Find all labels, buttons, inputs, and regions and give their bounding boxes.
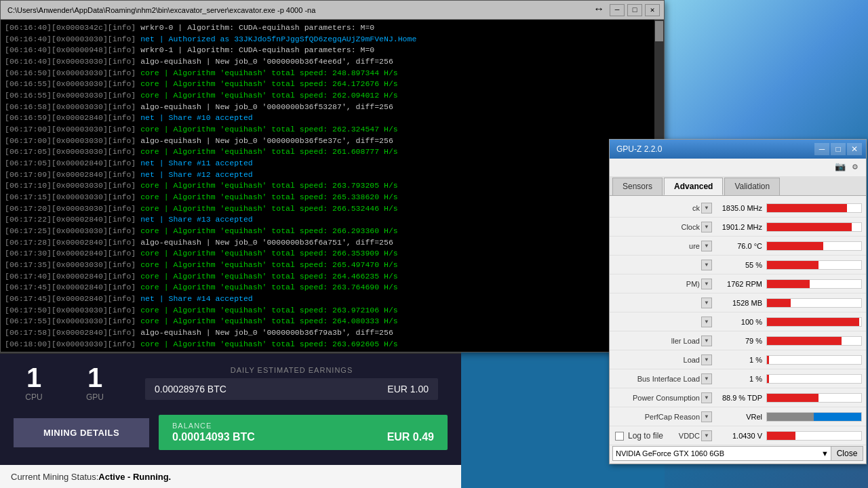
gpuz-gpu-name: NVIDIA GeForce GTX 1060 6GB <box>616 449 724 458</box>
sensor-bar <box>767 299 791 307</box>
sensor-dropdown[interactable]: ▼ <box>701 317 712 327</box>
sensor-name: ller Load <box>614 337 700 345</box>
gpuz-camera-icon[interactable]: 📷 <box>833 160 847 174</box>
sensor-value: 1762 RPM <box>712 280 766 288</box>
earnings-label: DAILY ESTIMATED EARNINGS <box>145 366 438 374</box>
status-bar: Current Mining Status: Active - Running. <box>0 465 461 488</box>
terminal-line: [06:16:40][0x0000342c][info] wrkr0-0 | A… <box>5 22 660 34</box>
mining-details-button[interactable]: MINING DETAILS <box>14 418 149 447</box>
sensor-dropdown[interactable]: ▼ <box>701 392 712 403</box>
sensor-dropdown[interactable]: ▼ <box>701 411 712 422</box>
sensor-value: VRel <box>712 413 766 421</box>
terminal-line: [06:17:05][0x00003030][info] core | Algo… <box>5 146 660 158</box>
sensor-dropdown[interactable]: ▼ <box>701 222 712 232</box>
terminal-line: [06:17:55][0x00003030][info] core | Algo… <box>5 316 660 327</box>
terminal-minimize-button[interactable]: ─ <box>610 4 625 16</box>
sensor-bar <box>767 261 818 269</box>
terminal-controls: ↔ ─ □ ✕ <box>593 4 660 16</box>
sensor-value: 88.9 % TDP <box>712 394 766 402</box>
terminal-line: [06:16:58][0x00003030][info] algo-equiha… <box>5 102 660 113</box>
sensor-dropdown[interactable]: ▼ <box>701 241 712 251</box>
cpu-count: 1 <box>26 364 41 391</box>
sensor-row: Clock▼1901.2 MHz <box>610 218 866 237</box>
sensor-name: Power Consumption <box>614 394 700 402</box>
sensor-row: ▼100 % <box>610 312 866 331</box>
sensor-dropdown[interactable]: ▼ <box>701 336 712 346</box>
gpuz-tab-advanced[interactable]: Advanced <box>664 178 723 195</box>
sensor-bar-container <box>766 355 862 365</box>
sensor-bar-container <box>766 393 862 403</box>
sensor-value: 1 % <box>712 375 766 383</box>
gpuz-titlebar: GPU-Z 2.2.0 ─ □ ✕ <box>610 140 866 159</box>
sensor-dropdown[interactable]: ▼ <box>701 354 712 365</box>
bottom-row: MINING DETAILS BALANCE 0.00014093 BTC EU… <box>0 412 461 453</box>
sensor-dropdown[interactable]: ▼ <box>701 260 712 270</box>
gpu-count: 1 <box>87 364 102 391</box>
terminal-line: [06:16:59][0x00002840][info] net | Share… <box>5 113 660 124</box>
terminal-body: [06:16:40][0x0000342c][info] wrkr0-0 | A… <box>1 20 664 352</box>
terminal-close-button[interactable]: ✕ <box>645 4 660 16</box>
sensor-value: 1 % <box>712 356 766 364</box>
gpuz-controls: ─ □ ✕ <box>814 143 862 155</box>
sensor-bar-container <box>766 374 862 384</box>
sensor-value: 76.0 °C <box>712 242 766 250</box>
terminal-line: [06:16:55][0x00003030][info] core | Algo… <box>5 90 660 102</box>
sensor-bar-container <box>766 222 862 232</box>
sensor-bar-container <box>766 412 862 422</box>
gpuz-icon-row: 📷 ⚙ <box>832 159 863 175</box>
sensor-row: ▼1528 MB <box>610 293 866 312</box>
terminal-title: C:\Users\Anwender\AppData\Roaming\nhm2\b… <box>5 6 593 14</box>
terminal-line: [06:17:50][0x00003030][info] core | Algo… <box>5 305 660 317</box>
sensor-bar-container <box>766 203 862 213</box>
terminal-resize-icon: ↔ <box>593 4 604 15</box>
gpuz-tabs: Sensors Advanced Validation <box>610 176 866 196</box>
balance-btc: 0.00014093 BTC <box>172 431 255 443</box>
terminal-line: [06:17:15][0x00003030][info] core | Algo… <box>5 192 660 203</box>
sensor-bar-container <box>766 298 862 308</box>
gpuz-log-label: Log to file <box>628 431 663 441</box>
sensor-name-container: Load▼ <box>614 354 712 365</box>
gpuz-sensors-content: ck▼1835.0 MHzClock▼1901.2 MHzure▼76.0 °C… <box>610 196 866 448</box>
terminal-line: [06:17:00][0x00003030][info] core | Algo… <box>5 124 660 136</box>
sensor-dropdown[interactable]: ▼ <box>701 279 712 289</box>
gpuz-restore-button[interactable]: □ <box>831 143 846 155</box>
sensor-value: 1901.2 MHz <box>712 223 766 231</box>
sensor-value: 100 % <box>712 318 766 326</box>
gpu-label: GPU <box>86 392 104 402</box>
terminal-line: [06:17:25][0x00003030][info] core | Algo… <box>5 226 660 237</box>
terminal-line: [06:16:40][0x00003030][info] algo-equiha… <box>5 56 660 68</box>
sensor-name-container: Clock▼ <box>614 222 712 232</box>
sensor-name: Load <box>614 356 700 364</box>
gpuz-minimize-button[interactable]: ─ <box>814 143 829 155</box>
gpuz-close-bottom-button[interactable]: Close <box>831 446 863 461</box>
terminal-line: [06:17:10][0x00003030][info] core | Algo… <box>5 180 660 192</box>
sensor-name: Bus Interface Load <box>614 375 700 383</box>
gpuz-tab-sensors[interactable]: Sensors <box>612 178 663 195</box>
sensor-dropdown[interactable]: ▼ <box>701 298 712 308</box>
sensor-dropdown[interactable]: ▼ <box>701 373 712 384</box>
cpu-label: CPU <box>25 392 42 402</box>
sensor-name-container: Power Consumption▼ <box>614 392 712 403</box>
sensor-value: 55 % <box>712 261 766 269</box>
terminal-line: [06:16:40][0x00003030][info] net | Autho… <box>5 34 660 45</box>
sensor-dropdown[interactable]: ▼ <box>701 203 712 214</box>
sensor-name: ck <box>614 204 700 212</box>
sensor-name-container: ck▼ <box>614 203 712 214</box>
sensor-row: ure▼76.0 °C <box>610 237 866 256</box>
sensor-row: Power Consumption▼88.9 % TDP <box>610 388 866 407</box>
gpuz-gpu-select[interactable]: NVIDIA GeForce GTX 1060 6GB ▼ <box>612 446 832 461</box>
terminal-line: [06:16:40][0x00000948][info] wrkr0-1 | A… <box>5 45 660 56</box>
terminal-restore-button[interactable]: □ <box>627 4 642 16</box>
sensor-bar <box>767 394 818 402</box>
gpuz-settings-icon[interactable]: ⚙ <box>848 160 862 174</box>
sensor-row: ▼55 % <box>610 256 866 274</box>
gpuz-log-checkbox[interactable] <box>615 432 624 441</box>
gpuz-tab-validation[interactable]: Validation <box>724 178 780 195</box>
gpuz-close-button[interactable]: ✕ <box>847 143 862 155</box>
sensor-row: ller Load▼79 % <box>610 331 866 350</box>
sensor-value: 1835.0 MHz <box>712 204 766 212</box>
sensor-bar <box>767 318 859 326</box>
sensor-bar-container <box>766 317 862 327</box>
scrollbar-thumb[interactable] <box>655 21 663 41</box>
sensor-bar <box>767 356 769 364</box>
